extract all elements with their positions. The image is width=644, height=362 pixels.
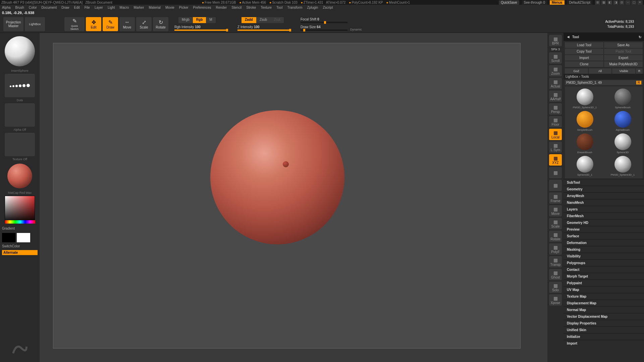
- sphere-mesh[interactable]: [210, 110, 344, 244]
- shelf-xyz[interactable]: ▦XYZ: [549, 154, 562, 166]
- shelf-solo[interactable]: ▦Solo: [549, 282, 562, 293]
- goz-r-button[interactable]: R: [636, 68, 643, 74]
- icon-2[interactable]: ▦: [601, 0, 606, 5]
- dynamic-label[interactable]: Dynamic: [350, 28, 362, 31]
- menu-document[interactable]: Document: [42, 6, 57, 9]
- menu-texture[interactable]: Texture: [261, 6, 272, 9]
- spix-label[interactable]: SPix 3: [551, 48, 560, 51]
- menu-zplugin[interactable]: Zplugin: [307, 6, 318, 9]
- save-as-button[interactable]: Save As: [604, 42, 643, 48]
- current-tool-name[interactable]: PM3D_Sphere3D_1. 49R: [565, 80, 643, 85]
- icon-1[interactable]: ⊞: [595, 0, 600, 5]
- lightbox-tools-label[interactable]: Lightbox › Tools: [564, 74, 644, 79]
- shelf-btn10[interactable]: ▦: [549, 167, 562, 178]
- scale-button[interactable]: ⤢Scale: [136, 17, 152, 31]
- menu-brush[interactable]: Brush: [15, 6, 24, 9]
- shelf-polyf[interactable]: ▦PolyF: [549, 243, 562, 255]
- section-polygroups[interactable]: Polygroups: [564, 259, 644, 266]
- viewport[interactable]: [53, 43, 521, 349]
- zadd-button[interactable]: Zadd: [241, 17, 256, 23]
- switch-color[interactable]: SwitchColor: [2, 244, 38, 248]
- alternate-button[interactable]: Alternate: [2, 250, 38, 255]
- menu-transform[interactable]: Transform: [287, 6, 302, 9]
- shelf-scroll[interactable]: ▦Scroll: [549, 52, 562, 64]
- tool-item-eraserbrush[interactable]: EraserBrush: [567, 133, 603, 154]
- alpha-thumbnail[interactable]: [5, 103, 35, 127]
- section-geometry[interactable]: Geometry: [564, 186, 644, 192]
- section-polypaint[interactable]: Polypaint: [564, 280, 644, 286]
- seethrough-slider[interactable]: See-through 0: [522, 0, 547, 5]
- tool-item-alphabrush[interactable]: AlphaBrush: [605, 111, 641, 131]
- section-surface[interactable]: Surface: [564, 233, 644, 239]
- shelf-zoom[interactable]: ▦Zoom: [549, 65, 562, 76]
- section-initialize[interactable]: Initialize: [564, 333, 644, 340]
- shelf-btn11[interactable]: ▦: [549, 180, 562, 191]
- menu-layer[interactable]: Layer: [95, 6, 103, 9]
- menu-picker[interactable]: Picker: [179, 6, 189, 9]
- menu-tool[interactable]: Tool: [276, 6, 282, 9]
- section-morph-target[interactable]: Morph Target: [564, 273, 644, 280]
- menu-preferences[interactable]: Preferences: [193, 6, 211, 9]
- lightbox-button[interactable]: LightBox: [25, 17, 45, 31]
- section-normal-map[interactable]: Normal Map: [564, 306, 644, 313]
- m-button[interactable]: M: [206, 17, 215, 23]
- menu-marker[interactable]: Marker: [133, 6, 144, 9]
- section-visibility[interactable]: Visibility: [564, 253, 644, 259]
- edit-button[interactable]: ✥Edit: [86, 17, 101, 31]
- section-display-properties[interactable]: Display Properties: [564, 320, 644, 326]
- shelf-aahalf[interactable]: ▦AAHalf: [549, 90, 562, 102]
- z-intensity-slider[interactable]: [237, 29, 291, 31]
- section-contact[interactable]: Contact: [564, 266, 644, 273]
- color-picker[interactable]: [5, 196, 35, 221]
- import-button[interactable]: Import: [565, 55, 603, 61]
- shelf-transp[interactable]: ▦Transp: [549, 256, 562, 267]
- menu-macro[interactable]: Macro: [120, 6, 129, 9]
- shelf-floor[interactable]: ▦Floor: [549, 116, 562, 127]
- tool-item-pm3d_sphere3d_1[interactable]: PM3D_Sphere3D_1: [605, 156, 641, 176]
- icon-3[interactable]: ◧: [607, 0, 612, 5]
- zsub-button[interactable]: Zsub: [256, 17, 270, 23]
- menu-movie[interactable]: Movie: [165, 6, 174, 9]
- menu-zscript[interactable]: Zscript: [323, 6, 333, 9]
- quicksketch-button[interactable]: ✎Quick Sketch: [64, 17, 85, 31]
- hue-bar[interactable]: [5, 220, 35, 224]
- copy-tool-button[interactable]: Copy Tool: [565, 49, 603, 54]
- make-polymesh-button[interactable]: Make PolyMesh3D: [604, 61, 643, 67]
- shelf-actual[interactable]: ▦Actual: [549, 78, 562, 89]
- draw-button[interactable]: ✎Draw: [103, 17, 118, 31]
- zcut-button[interactable]: Zcut: [270, 17, 283, 23]
- section-vector-displacement-map[interactable]: Vector Displacement Map: [564, 313, 644, 320]
- menus-toggle[interactable]: Menus: [550, 0, 565, 5]
- section-nanomesh[interactable]: NanoMesh: [564, 199, 644, 206]
- menu-render[interactable]: Render: [216, 6, 227, 9]
- section-arraymesh[interactable]: ArrayMesh: [564, 192, 644, 199]
- rgb-intensity-slider[interactable]: [174, 29, 228, 31]
- section-fibermesh[interactable]: FiberMesh: [564, 213, 644, 219]
- tool-item-sphere3d[interactable]: Sphere3D: [605, 133, 641, 154]
- clone-button[interactable]: Clone: [565, 61, 603, 67]
- texture-thumbnail[interactable]: [5, 133, 35, 156]
- min-icon[interactable]: −: [625, 0, 631, 5]
- secondary-color-swatch[interactable]: [2, 233, 15, 242]
- section-uv-map[interactable]: UV Map: [564, 286, 644, 293]
- icon-4[interactable]: ◨: [613, 0, 619, 5]
- goz-all-button[interactable]: All: [589, 68, 612, 74]
- shelf-ghost[interactable]: ▦Ghost: [549, 269, 562, 280]
- shelf-local[interactable]: ▦Local: [549, 129, 562, 140]
- rgb-button[interactable]: Rgb: [193, 17, 206, 23]
- goz-button[interactable]: GoZ: [565, 68, 588, 74]
- tool-header[interactable]: ◄ Tool↻: [564, 33, 644, 41]
- shelf-scale[interactable]: ▦Scale: [549, 218, 562, 229]
- section-deformation[interactable]: Deformation: [564, 239, 644, 246]
- material-thumbnail[interactable]: [7, 164, 32, 188]
- move-tool-button[interactable]: ↔Move: [119, 17, 135, 31]
- stroke-thumbnail[interactable]: [5, 74, 35, 97]
- menu-light[interactable]: Light: [108, 6, 115, 9]
- paste-tool-button[interactable]: Paste Tool: [604, 49, 643, 54]
- section-displacement-map[interactable]: Displacement Map: [564, 300, 644, 306]
- focal-shift-slider[interactable]: [301, 22, 347, 23]
- brush-thumbnail[interactable]: [5, 36, 35, 66]
- tool-item-simplebrush[interactable]: SimpleBrush: [567, 111, 603, 131]
- default-script[interactable]: DefaultZScript: [567, 0, 592, 5]
- menu-stroke[interactable]: Stroke: [246, 6, 256, 9]
